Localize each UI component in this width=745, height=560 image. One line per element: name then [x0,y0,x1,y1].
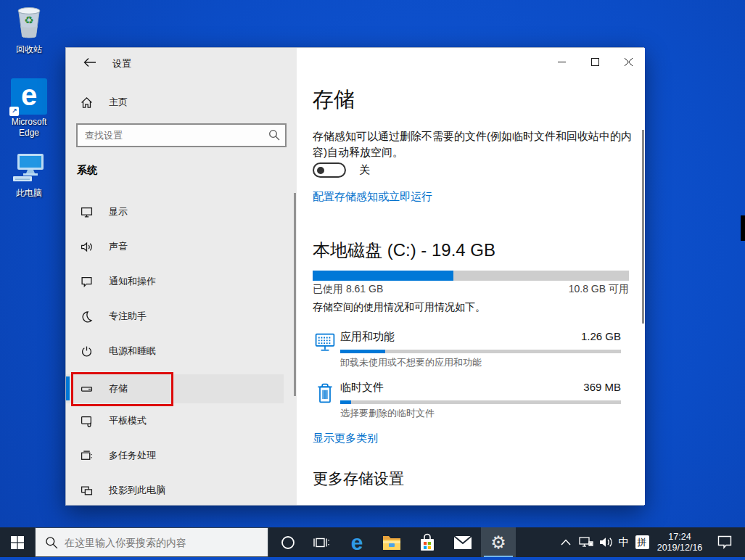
sound-icon [81,241,93,253]
content-scrollbar[interactable] [642,130,644,324]
home-icon [81,96,93,109]
desktop-icon-edge[interactable]: e ↗ Microsoft Edge [0,78,58,139]
gear-icon: ⚙ [490,534,506,551]
taskbar-explorer-button[interactable] [375,527,408,557]
toggle-knob [317,167,324,174]
search-icon [45,536,58,549]
taskbar-mail-button[interactable] [446,527,479,557]
power-sleep-icon [81,345,93,358]
sidebar-item-project[interactable]: 投影到此电脑 [66,476,284,505]
volume-tray-button[interactable] [596,527,617,557]
category-bar [340,350,621,353]
ime-language-button[interactable]: 中 [615,527,633,557]
category-description: 卸载未使用或不想要的应用和功能 [340,356,482,369]
windows-logo-icon [11,536,24,549]
project-icon [81,485,93,497]
minimize-button[interactable] [545,48,578,75]
edge-tile-icon: e ↗ [11,78,47,115]
multitasking-icon [81,450,93,462]
settings-window: 设置 主页 系统 显示 [65,47,644,506]
this-pc-icon [12,152,46,183]
sidebar-item-display[interactable]: 显示 [66,197,284,226]
tray-overflow-button[interactable] [556,527,576,557]
category-temp-files[interactable]: 临时文件 369 MB 选择要删除的临时文件 [297,379,630,420]
taskbar-settings-button[interactable]: ⚙ [481,527,516,557]
category-description: 选择要删除的临时文件 [340,407,435,420]
svg-text:♻: ♻ [24,14,33,26]
recycle-bin-icon: ♻ [14,6,44,39]
back-button[interactable] [78,52,102,73]
sidebar-item-tablet-mode[interactable]: 平板模式 [66,406,284,435]
action-center-icon [717,535,732,549]
toggle-state-label: 关 [359,163,370,177]
screen-bottom-strip [0,557,745,560]
cortana-icon [281,535,295,550]
storage-sense-toggle[interactable] [313,162,346,178]
sidebar-item-home[interactable]: 主页 [66,91,284,113]
desktop-icon-label: 此电脑 [0,188,58,199]
task-view-button[interactable] [305,527,338,557]
settings-search-input[interactable] [76,123,287,147]
sidebar-scrollbar[interactable] [294,193,296,396]
disk-note: 存储空间的使用情况和可用情况如下。 [313,301,485,314]
desktop-icon-this-pc[interactable]: 此电脑 [0,152,58,199]
start-button[interactable] [0,527,35,557]
page-title: 存储 [313,86,355,115]
taskbar-edge-button[interactable]: e [339,527,374,557]
mail-icon [453,535,472,550]
category-bar [340,400,621,404]
clock-date: 2019/12/16 [657,543,703,553]
content-pane: 存储 存储感知可以通过删除不需要的文件(例如临时文件和回收站中的内容)自动释放空… [297,48,645,505]
action-center-button[interactable] [709,527,740,557]
maximize-button[interactable] [578,48,612,75]
more-storage-settings-title: 更多存储设置 [313,469,404,489]
storage-icon [81,383,93,395]
taskbar-clock[interactable]: 17:24 2019/12/16 [651,527,708,557]
sidebar-item-multitasking[interactable]: 多任务处理 [66,441,284,470]
desktop-icon-label: 回收站 [0,44,58,55]
sidebar-item-focus-assist[interactable]: 专注助手 [66,302,284,331]
sidebar-item-notifications[interactable]: 通知和操作 [66,267,284,296]
selected-accent-bar [66,376,70,400]
apps-features-icon [315,333,335,352]
taskbar-store-button[interactable] [411,527,444,557]
ime-pinyin-badge: 拼 [635,535,649,549]
network-icon [579,536,593,549]
desktop-icon-recycle-bin[interactable]: ♻ 回收站 [0,6,58,55]
edge-icon: e [351,532,363,553]
ime-language-label: 中 [619,535,630,549]
cursor-artifact [741,215,745,241]
close-icon [625,58,633,66]
disk-free-label: 10.8 GB 可用 [569,283,629,296]
focus-assist-icon [81,310,93,323]
window-title: 设置 [112,57,131,70]
back-arrow-icon [83,57,96,67]
clock-time: 17:24 [657,532,703,543]
task-view-icon [313,536,329,549]
configure-storage-sense-link[interactable]: 配置存储感知或立即运行 [313,190,432,204]
volume-icon [599,536,614,548]
sidebar-item-power-sleep[interactable]: 电源和睡眠 [66,337,284,366]
close-button[interactable] [612,48,645,75]
disk-usage-bar-fill [313,271,453,281]
desktop-icon-label: Microsoft Edge [6,117,52,139]
category-label: 临时文件 [340,381,384,395]
temp-files-trash-icon [317,383,333,403]
sidebar-item-storage[interactable]: 存储 [66,374,284,403]
ime-pinyin-button[interactable]: 拼 [633,527,651,557]
chevron-up-icon [561,539,571,545]
taskbar-search-input[interactable] [36,528,268,556]
show-more-categories-link[interactable]: 显示更多类别 [313,432,378,445]
disk-title: 本地磁盘 (C:) - 19.4 GB [313,239,495,262]
tablet-mode-icon [81,415,93,427]
disk-used-label: 已使用 8.61 GB [313,283,383,296]
network-tray-button[interactable] [576,527,596,557]
storage-sense-description: 存储感知可以通过删除不需要的文件(例如临时文件和回收站中的内容)自动释放空间。 [313,128,639,160]
cortana-button[interactable] [271,527,305,557]
notifications-icon [81,276,93,288]
category-value: 369 MB [583,381,621,393]
category-apps-features[interactable]: 应用和功能 1.26 GB 卸载未使用或不想要的应用和功能 [297,329,630,369]
sidebar-item-sound[interactable]: 声音 [66,232,284,261]
category-value: 1.26 GB [581,330,621,342]
microsoft-store-icon [419,533,436,552]
